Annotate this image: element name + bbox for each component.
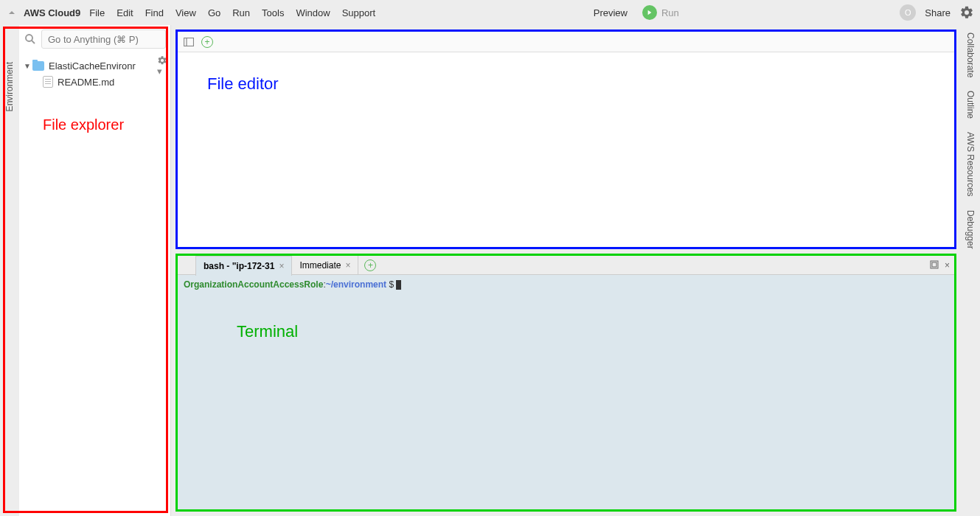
editor-region: + File editor bbox=[176, 29, 956, 249]
folder-icon bbox=[32, 61, 44, 71]
editor-annotation-label: File editor bbox=[178, 52, 954, 116]
svg-line-1 bbox=[32, 41, 35, 43]
maximize-icon[interactable] bbox=[930, 260, 939, 271]
brand[interactable]: AWS Cloud9 bbox=[24, 7, 80, 18]
terminal-region: bash - "ip-172-31 × Immediate × + × Orga… bbox=[176, 254, 956, 512]
avatar[interactable]: O bbox=[900, 4, 916, 21]
menu-run[interactable]: Run bbox=[232, 7, 250, 18]
menubar: AWS Cloud9 File Edit Find View Go Run To… bbox=[0, 0, 980, 25]
gear-icon[interactable] bbox=[959, 5, 974, 20]
rail-debugger[interactable]: Debugger bbox=[965, 210, 976, 249]
gear-icon[interactable]: ▾ bbox=[157, 55, 167, 77]
svg-point-0 bbox=[26, 35, 32, 41]
rail-outline[interactable]: Outline bbox=[965, 91, 976, 119]
left-rail: Environment bbox=[0, 25, 19, 516]
search-icon[interactable] bbox=[24, 32, 37, 46]
file-explorer: ▼ ElastiCacheEnvironr ▾ README.md bbox=[19, 25, 171, 516]
folder-label: ElastiCacheEnvironr bbox=[49, 60, 136, 72]
file-icon bbox=[43, 76, 53, 88]
tab-label: bash - "ip-172-31 bbox=[204, 261, 274, 271]
cursor bbox=[396, 280, 401, 290]
terminal-body[interactable]: OrganizationAccountAccessRole:~/environm… bbox=[178, 275, 954, 509]
prompt-path: ~/environment bbox=[326, 279, 386, 290]
run-label: Run bbox=[661, 7, 679, 18]
run-button[interactable]: Run bbox=[642, 5, 679, 20]
svg-rect-5 bbox=[932, 262, 936, 267]
svg-rect-2 bbox=[184, 38, 194, 46]
menu-support[interactable]: Support bbox=[342, 7, 376, 18]
menu-window[interactable]: Window bbox=[296, 7, 330, 18]
close-icon[interactable]: × bbox=[345, 260, 350, 271]
prompt-user: OrganizationAccountAccessRole bbox=[184, 279, 323, 290]
menu-edit[interactable]: Edit bbox=[117, 7, 133, 18]
share-button[interactable]: Share bbox=[925, 7, 951, 18]
menu-view[interactable]: View bbox=[176, 7, 196, 18]
search-input[interactable] bbox=[41, 29, 166, 49]
chevron-down-icon: ▼ bbox=[22, 62, 32, 70]
close-icon[interactable]: × bbox=[279, 261, 284, 271]
menu-find[interactable]: Find bbox=[145, 7, 164, 18]
preview-button[interactable]: Preview bbox=[594, 7, 628, 18]
editor-tabbar: + bbox=[178, 32, 954, 52]
menu-tools[interactable]: Tools bbox=[262, 7, 284, 18]
terminal-tabbar: bash - "ip-172-31 × Immediate × + × bbox=[178, 256, 954, 275]
close-icon[interactable]: × bbox=[945, 260, 950, 271]
tree-root-folder[interactable]: ▼ ElastiCacheEnvironr ▾ bbox=[22, 57, 167, 74]
rail-collaborate[interactable]: Collaborate bbox=[965, 32, 976, 77]
terminal-tab-bash[interactable]: bash - "ip-172-31 × bbox=[195, 256, 292, 276]
prompt-symbol: $ bbox=[386, 279, 396, 290]
terminal-tab-immediate[interactable]: Immediate × bbox=[292, 256, 358, 275]
rail-aws-resources[interactable]: AWS Resources bbox=[965, 132, 976, 197]
play-icon bbox=[642, 5, 657, 20]
terminal-annotation-label: Terminal bbox=[237, 322, 298, 341]
menu-file[interactable]: File bbox=[89, 7, 105, 18]
menu-go[interactable]: Go bbox=[208, 7, 220, 18]
tree-file-readme[interactable]: README.md bbox=[22, 74, 167, 90]
plus-icon[interactable]: + bbox=[364, 259, 376, 271]
sidebar-toggle-icon[interactable] bbox=[6, 7, 18, 18]
plus-icon[interactable]: + bbox=[201, 36, 213, 48]
right-rail: Collaborate Outline AWS Resources Debugg… bbox=[961, 25, 980, 516]
file-tree: ▼ ElastiCacheEnvironr ▾ README.md bbox=[19, 53, 170, 516]
tab-label: Immediate bbox=[299, 260, 341, 271]
panel-icon[interactable] bbox=[184, 38, 194, 46]
file-label: README.md bbox=[58, 77, 114, 88]
rail-environment[interactable]: Environment bbox=[4, 62, 15, 111]
